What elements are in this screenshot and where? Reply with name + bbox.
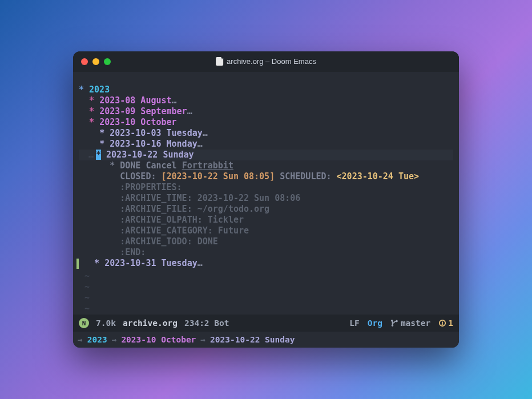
closed-timestamp: [2023-10-22 Sun 08:05] <box>162 171 275 182</box>
document-icon <box>216 57 223 66</box>
breadcrumb-level-3[interactable]: 2023-10-22 Sunday <box>210 335 295 344</box>
zoom-icon[interactable] <box>104 58 111 65</box>
property-key: :ARCHIVE_CATEGORY: <box>120 225 218 236</box>
git-branch-icon <box>390 319 398 327</box>
cursor-line[interactable]: …* 2023-10-22 Sunday <box>79 150 453 160</box>
heading-day[interactable]: 2023-10-31 Tuesday <box>104 258 198 268</box>
svg-point-2 <box>442 325 443 325</box>
modeline: N 7.0k archive.org 234:2 Bot LF Org mast… <box>73 315 459 332</box>
property-value: ~/org/todo.org <box>198 204 269 214</box>
diff-indicator <box>76 259 79 269</box>
window-controls <box>81 58 111 65</box>
scheduled-timestamp: <2023-10-24 Tue> <box>337 171 420 182</box>
properties-end: :END: <box>120 247 146 257</box>
property-value: Tickler <box>208 215 244 225</box>
property-key: :ARCHIVE_TIME: <box>120 193 197 203</box>
property-value: 2023-10-22 Sun 08:06 <box>198 193 301 203</box>
emacs-window: archive.org – Doom Emacs * 2023 * 2023-0… <box>73 51 459 348</box>
heading-day[interactable]: 2023-10-03 Tuesday <box>110 128 203 138</box>
breadcrumbs: → 2023 → 2023-10 October → 2023-10-22 Su… <box>73 332 459 348</box>
buffer-name: archive.org <box>123 319 178 328</box>
warning-icon <box>438 319 446 327</box>
heading-month[interactable]: 2023-10 October <box>99 117 176 127</box>
property-value: Future <box>218 225 249 236</box>
window-title: archive.org – Doom Emacs <box>216 57 316 66</box>
evil-state-badge: N <box>79 318 89 328</box>
heading-year[interactable]: 2023 <box>89 84 110 95</box>
breadcrumb-level-2[interactable]: 2023-10 October <box>121 335 196 344</box>
closed-label: CLOSED: <box>120 171 161 182</box>
title-text: archive.org – Doom Emacs <box>227 57 316 66</box>
filesize: 7.0k <box>96 319 116 328</box>
heading-day[interactable]: 2023-10-22 Sunday <box>106 150 194 160</box>
heading-month[interactable]: 2023-08 August <box>99 95 171 106</box>
empty-lines: ~ ~ ~ ~ <box>79 269 453 315</box>
property-key: :ARCHIVE_TODO: <box>120 236 197 247</box>
heading-day[interactable]: 2023-10-16 Monday <box>110 139 198 149</box>
vcs-info: master <box>390 319 430 328</box>
heading-month[interactable]: 2023-09 September <box>99 106 187 116</box>
modeline-right: LF Org master 1 <box>349 319 453 328</box>
scheduled-label: SCHEDULED: <box>275 171 336 182</box>
cursor-position: 234:2 Bot <box>184 319 229 328</box>
git-branch: master <box>401 319 430 328</box>
breadcrumb-level-1[interactable]: 2023 <box>87 335 107 344</box>
todo-keyword: DONE <box>120 160 140 171</box>
entry-link[interactable]: Fortrabbit <box>182 160 233 171</box>
flycheck-count: 1 <box>448 319 453 328</box>
entry-title: Cancel <box>146 160 182 171</box>
buffer-content[interactable]: * 2023 * 2023-08 August… * 2023-09 Septe… <box>73 72 459 315</box>
properties-begin: :PROPERTIES: <box>120 182 182 192</box>
close-icon[interactable] <box>81 58 88 65</box>
titlebar: archive.org – Doom Emacs <box>73 51 459 72</box>
property-key: :ARCHIVE_FILE: <box>120 204 197 214</box>
property-key: :ARCHIVE_OLPATH: <box>120 215 208 225</box>
fold-indicator[interactable]: … <box>79 150 96 160</box>
flycheck-info: 1 <box>438 319 453 328</box>
property-value: DONE <box>198 236 218 247</box>
major-mode: Org <box>368 319 382 328</box>
line-ending: LF <box>349 319 359 328</box>
minimize-icon[interactable] <box>92 58 99 65</box>
